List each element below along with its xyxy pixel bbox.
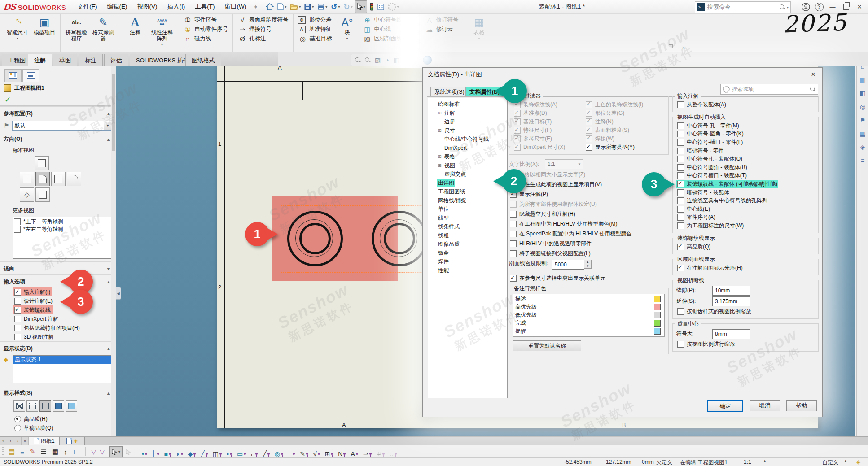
color-swatch[interactable] <box>654 312 661 318</box>
tree-expander-icon[interactable]: ⊞ <box>438 126 443 135</box>
note-style-row[interactable]: 高优先级 <box>515 303 662 311</box>
file-explorer-icon[interactable]: ◧ <box>859 90 865 97</box>
tree-item[interactable]: 线条样式 <box>428 222 507 231</box>
sheet-nav-button[interactable]: ‹ <box>7 437 14 445</box>
auto-insert-option[interactable]: 零件序号(A) <box>676 213 716 222</box>
ribbon-button[interactable]: ▨区域剖面线/填充 <box>361 34 417 44</box>
view-front-button[interactable] <box>35 172 50 186</box>
dialog-close-button[interactable]: × <box>808 70 819 79</box>
checkbox[interactable] <box>677 131 684 137</box>
checkbox[interactable] <box>14 307 21 314</box>
hidden-lines-removed-button[interactable] <box>39 400 51 412</box>
view-isometric-button[interactable]: ◇ <box>20 187 34 202</box>
checkbox[interactable] <box>14 289 21 296</box>
auto-insert-option[interactable]: 中心符号圆角 - 装配体(B) <box>676 163 748 172</box>
checkbox[interactable] <box>677 206 684 213</box>
ribbon-button[interactable]: ☁修订云 <box>422 25 455 34</box>
open-button[interactable]: ▾ <box>289 1 302 13</box>
tree-item[interactable]: 边界 <box>428 118 507 126</box>
import-option-row[interactable]: 包括隐藏特征的项目(H) <box>13 323 82 332</box>
sheet-nav-button[interactable]: › <box>14 437 22 445</box>
import-annotation-option[interactable]: 从整个装配体(A) <box>676 100 727 109</box>
cancel-button[interactable]: 取消 <box>750 400 780 411</box>
ribbon-button[interactable]: Abc拼写检验程序 <box>63 14 89 46</box>
undo-button[interactable]: ↺▾ <box>329 1 341 13</box>
ribbon-button[interactable]: AAAAAA线性注释阵列▾ <box>149 14 175 46</box>
scrollbar-thumb[interactable] <box>112 74 115 151</box>
auto-insert-option[interactable]: 暗销符号 - 装配体 <box>676 188 730 197</box>
mdi-restore-button[interactable] <box>665 44 675 52</box>
text-scale-combobox[interactable]: 1:1▼ <box>545 159 583 169</box>
checkbox[interactable] <box>677 122 684 129</box>
hatch-display-option[interactable]: 在注解周围显示光环(H) <box>676 264 744 272</box>
help-button[interactable]: 帮助 <box>786 400 817 411</box>
tree-item[interactable]: 网格线/捕捉 <box>428 196 507 205</box>
hidden-lines-visible-button[interactable] <box>26 400 38 412</box>
radio[interactable] <box>14 425 21 431</box>
file-properties-button[interactable] <box>376 1 386 13</box>
checkbox[interactable] <box>14 325 21 331</box>
ribbon-button[interactable]: ✎格式涂刷器 <box>90 14 116 46</box>
panel-collapse-handle[interactable]: ◀ <box>116 287 121 300</box>
checkbox[interactable] <box>677 222 684 229</box>
ribbon-button[interactable]: ⊕中心符号线 <box>361 15 404 25</box>
hatch-density-input[interactable]: 5000 <box>552 260 584 270</box>
ribbon-button[interactable]: ↔智能尺寸▾ <box>4 14 31 40</box>
select-cursor-button[interactable]: ▾ <box>109 446 123 457</box>
tree-item[interactable]: ⊞尺寸 <box>428 126 507 135</box>
zoom-fit-icon[interactable] <box>355 57 360 63</box>
add-sheet-tab[interactable]: ✚ <box>60 437 85 445</box>
checkbox[interactable] <box>586 110 592 117</box>
note-style-row[interactable]: 提醒 <box>515 327 662 335</box>
propertymanager-tab[interactable] <box>22 69 39 82</box>
select-tool-button[interactable]: ▾ <box>355 0 367 13</box>
ok-button[interactable]: 确定 <box>707 400 743 412</box>
note-style-row[interactable]: 描述 <box>515 295 662 303</box>
break-line-option[interactable]: 按锯齿样式的视图比例缩放 <box>676 307 752 316</box>
checkbox[interactable] <box>514 127 521 134</box>
filter-funnel-stack-icon[interactable]: ▽ <box>100 448 105 455</box>
ribbon-button[interactable]: ⇀焊接符号 <box>236 25 273 34</box>
configuration-combobox[interactable]: 默认▼ <box>12 121 112 131</box>
flip-view-icon[interactable]: ↕ <box>64 448 67 456</box>
print-button[interactable]: ▾ <box>316 1 329 13</box>
ribbon-button[interactable]: A注释 <box>122 14 148 40</box>
view-bottom-button[interactable] <box>35 187 50 202</box>
scenes-icon[interactable]: ▦ <box>859 130 865 137</box>
note-style-row[interactable]: 完成 <box>515 319 662 327</box>
tab-system-options[interactable]: 系统选项(S) <box>430 87 469 97</box>
note-style-row[interactable]: 低优先级 <box>515 311 662 319</box>
checkbox[interactable] <box>586 127 592 134</box>
command-tab[interactable]: 工程图 <box>2 54 32 66</box>
menu-item[interactable]: 插入(I) <box>162 0 190 13</box>
checkbox[interactable] <box>510 231 517 237</box>
symbol-size-input[interactable]: 8mm <box>712 329 750 339</box>
extension-input[interactable]: 3.175mm <box>712 296 750 306</box>
ribbon-button[interactable]: △修订符号 <box>422 15 460 25</box>
section-import-options[interactable]: 输入选项▲ <box>0 274 116 287</box>
ribbon-button[interactable]: A基准特征 <box>296 25 333 34</box>
tree-item[interactable]: 单位 <box>428 205 507 214</box>
checkbox[interactable] <box>514 118 521 125</box>
gap-input[interactable]: 10mm <box>712 286 750 296</box>
tree-expander-icon[interactable]: ⊞ <box>438 161 443 170</box>
menu-item[interactable]: 视图(V) <box>132 0 162 13</box>
command-tab[interactable]: 图纸格式 <box>185 54 221 66</box>
view-back-button[interactable] <box>67 172 81 186</box>
menu-item[interactable]: 工具(T) <box>190 0 219 13</box>
mdi-close-button[interactable]: × <box>679 44 688 52</box>
save-button[interactable]: ▾ <box>303 1 315 13</box>
tree-item[interactable]: 图像品质 <box>428 240 507 249</box>
format-painter-icon[interactable]: ✎ <box>30 448 35 456</box>
checkbox[interactable] <box>14 218 21 225</box>
checkbox[interactable] <box>586 101 592 108</box>
tree-expander-icon[interactable]: ⊞ <box>438 109 443 118</box>
auto-insert-option[interactable]: 中心符号-圆角 - 零件(K) <box>676 130 745 139</box>
command-search-box[interactable]: >_ 搜索命令 ▾ <box>695 1 791 13</box>
scale-dropdown-icon[interactable]: ▲ <box>763 459 767 463</box>
origin-icon[interactable]: ∟ <box>73 448 79 456</box>
checkbox[interactable] <box>586 118 592 125</box>
menu-item[interactable]: 文件(F) <box>72 0 102 13</box>
import-option-row[interactable]: 输入注解(I) <box>13 287 52 296</box>
tree-item[interactable]: 线型 <box>428 214 507 223</box>
